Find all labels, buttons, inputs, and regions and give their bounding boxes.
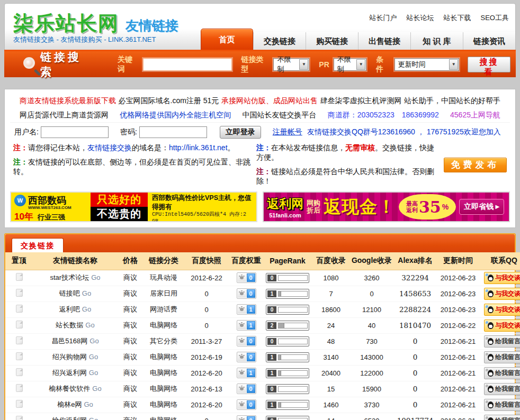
go-link[interactable]: Go [82, 289, 91, 297]
site-name-link[interactable]: 绍兴返利网 [52, 369, 87, 377]
top-link[interactable]: 站长下载 [444, 14, 471, 22]
qq-penguin-icon [488, 290, 494, 297]
link-type-select[interactable]: 不限制 ▼ [273, 58, 309, 71]
qq-group-text[interactable]: 友情链接交换QQ群号123616960 ， 176751925欢迎您加入 [302, 127, 506, 137]
column-header: 价格 [118, 252, 143, 270]
go-link[interactable]: Go [85, 321, 94, 329]
fanli-percent: 35 [419, 198, 441, 216]
site-name-link[interactable]: 昌邑5168网 [51, 337, 87, 345]
cell: 0 [229, 349, 264, 365]
cell: 电脑网络 [143, 397, 184, 413]
note-text[interactable]: 友情链接交换 [87, 143, 132, 152]
chevron-down-icon[interactable]: ▼ [299, 59, 308, 70]
qq-message-button[interactable]: 给我留言 [484, 399, 520, 411]
qq-message-button[interactable]: 给我留言 [484, 415, 520, 420]
pagerank-value: 0 [267, 417, 276, 420]
go-link[interactable]: Go [82, 305, 91, 313]
go-link[interactable]: Go [89, 337, 98, 345]
password-field[interactable] [139, 126, 207, 138]
qq-penguin-icon [488, 275, 494, 281]
site-name-link[interactable]: 站长数据 [56, 321, 83, 329]
qq-chat-button[interactable]: 与我交谈 [484, 319, 520, 332]
nav-tab-购买链接[interactable]: 购买链接 [306, 32, 358, 50]
note-text[interactable]: http://link.361t.net [169, 143, 228, 152]
go-link[interactable]: Go [91, 273, 100, 281]
fanli-banner-ad[interactable]: 返利网 51fanli.com 网购 折后 返现金！ 最高返利 35 % 立即省… [263, 191, 510, 222]
promo-link[interactable]: 商道友情链接系统最新版下载 [20, 96, 116, 106]
nav-tab-链接资讯[interactable]: 链接资讯 [463, 32, 515, 50]
qq-chat-button[interactable]: 与我交谈 [484, 304, 520, 316]
pagerank-value: 0 [267, 338, 276, 345]
promo-link[interactable]: 站长助手，中国站长的好帮手 [404, 96, 500, 106]
baidu-paw-icon [238, 337, 246, 345]
go-link[interactable]: Go [84, 400, 93, 408]
column-header: 链接分类 [143, 252, 184, 270]
login-button[interactable]: 立即登录 [220, 126, 261, 139]
site-name-link[interactable]: 给你返利网 [52, 416, 87, 420]
pr-select[interactable]: 不限制 ▼ [334, 58, 366, 71]
keyword-input[interactable] [143, 58, 232, 71]
qq-message-button[interactable]: 给我留言 [484, 351, 520, 363]
go-link[interactable]: Go [89, 416, 98, 420]
pin-page-icon [16, 400, 23, 408]
baidu-weight-value: 0 [247, 353, 255, 361]
table-row: star技术论坛Go商议玩具动漫2012-6-22001080326032229… [5, 270, 520, 286]
west263-banner-ad[interactable]: W 西部数码 WWW.WEST263.COM 10年 行业三强 只选好的 不选贵… [10, 191, 257, 222]
top-link[interactable]: 站长论坛 [407, 14, 434, 22]
promo-link[interactable]: 承接网站仿版、成品网站出售 [221, 96, 318, 106]
table-row: 返利吧Go商议网游话费010186001210022882242012-06-2… [5, 302, 520, 317]
site-name-link[interactable]: 链接吧 [59, 289, 80, 297]
go-link[interactable]: Go [89, 369, 98, 377]
promo-link[interactable]: 商道群：203052323 186369992 [328, 111, 439, 120]
qq-chat-button[interactable]: 与我交谈 [484, 288, 520, 300]
condition-select[interactable]: 更新时间 ▼ [395, 58, 460, 71]
promo-link[interactable]: 优格网络提供国内外全能主机空间 [120, 111, 231, 120]
search-button[interactable]: 搜搜看 [468, 57, 510, 72]
nav-tab-首页[interactable]: 首页 [201, 29, 253, 50]
tab-exchange-links[interactable]: 交换链接 [12, 238, 64, 252]
links-table: 置顶友情链接名称价格链接分类百度快照百度权重PageRank百度收录Google… [5, 252, 520, 420]
go-link[interactable]: Go [92, 385, 101, 392]
cell: 玩具动漫 [143, 270, 184, 286]
cell: 商议 [118, 270, 143, 286]
pin-page-icon [16, 352, 23, 360]
cell: 商议 [118, 333, 143, 349]
username-field[interactable] [41, 126, 109, 138]
site-name-link[interactable]: 榆林e网 [57, 400, 82, 408]
table-body: star技术论坛Go商议玩具动漫2012-6-22001080326032229… [5, 270, 520, 420]
free-publish-button[interactable]: 免费发布 [444, 158, 507, 172]
nav-tab-交换链接[interactable]: 交换链接 [253, 32, 306, 50]
west263-slogan-2: 不选贵的 [91, 207, 148, 221]
chevron-down-icon[interactable]: ▼ [449, 59, 458, 70]
fanli-save-button[interactable]: 立即省钱 ▸ [459, 199, 504, 215]
qq-message-button[interactable]: 给我留言 [484, 367, 520, 379]
cell [5, 413, 33, 420]
top-link[interactable]: SEO工具 [481, 14, 509, 22]
register-link[interactable]: 注册帐号 [273, 127, 302, 137]
baidu-weight-badge: 1 [237, 368, 256, 378]
nav-tab-知 识 库[interactable]: 知 识 库 [410, 32, 463, 50]
nav-tab-出售链接[interactable]: 出售链接 [358, 32, 410, 50]
qq-message-button[interactable]: 给我留言 [484, 383, 520, 395]
top-link[interactable]: 站长门户 [370, 14, 397, 22]
site-name-link[interactable]: star技术论坛 [50, 273, 89, 281]
username-label: 用户名: [14, 127, 39, 137]
site-name-link[interactable]: 榆林餐饮软件 [49, 385, 90, 392]
cell: 122000 [351, 365, 393, 381]
column-header: 更新时间 [437, 252, 479, 270]
promo-link[interactable]: 网店货源代理上商道货源网 [20, 111, 109, 120]
qq-message-button[interactable]: 给我留言 [484, 335, 520, 348]
promo-link[interactable]: 中国站长友链交换平台 [242, 111, 316, 120]
qq-chat-button[interactable]: 与我交谈 [484, 272, 520, 284]
site-name-link[interactable]: 绍兴购物网 [52, 353, 87, 361]
note-text: 无需审核 [345, 143, 375, 152]
cell: 2012-06-21 [437, 365, 479, 381]
promo-link[interactable]: 肆叁柒零虚拟主机评测网 [320, 96, 401, 106]
go-link[interactable]: Go [89, 353, 98, 361]
site-name-link[interactable]: 返利吧 [59, 305, 80, 313]
promo-link[interactable]: 必宝网国际域名.com注册 51元 [119, 96, 219, 106]
cell [5, 349, 33, 365]
baidu-weight-badge: 0 [237, 384, 256, 394]
chevron-down-icon[interactable]: ▼ [356, 59, 365, 70]
promo-link[interactable]: 45625上网导航 [450, 111, 500, 120]
